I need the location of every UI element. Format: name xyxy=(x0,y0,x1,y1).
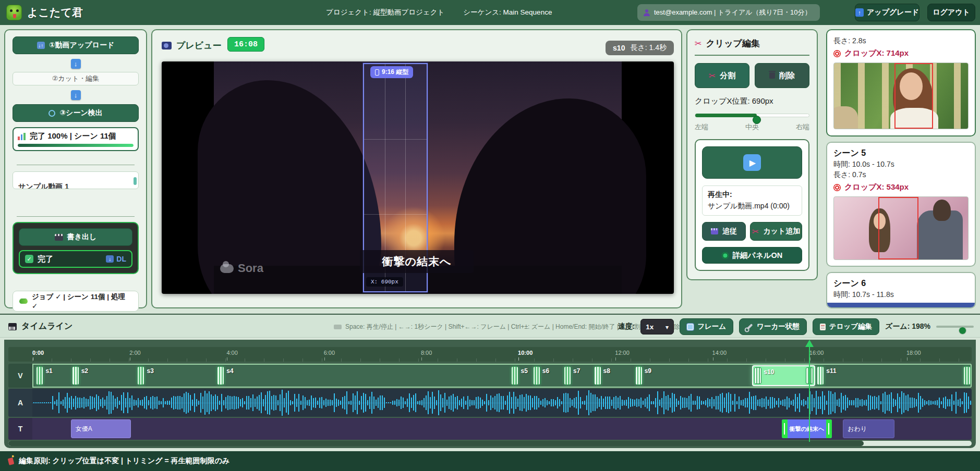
playhead[interactable] xyxy=(809,341,810,442)
cut-edit-label: ②カット・編集 xyxy=(52,74,100,83)
detail-panel-toggle[interactable]: 詳細パネルON xyxy=(702,247,802,264)
playback-card: 再生中: サンプル動画.mp4 (0:00) 追従 カット追加 詳細パネルON xyxy=(695,139,809,271)
watermark: Sora xyxy=(220,262,263,275)
app-header: よこたて君 プロジェクト: 縦型動画プロジェクト シーケンス: Main Seq… xyxy=(0,0,980,25)
scrollbar-thumb[interactable] xyxy=(8,441,864,446)
divider xyxy=(17,165,135,165)
scene-label: s5 xyxy=(521,367,527,375)
audio-track[interactable] xyxy=(32,389,972,417)
download-button[interactable]: DL xyxy=(106,255,126,263)
clip-editor-title: クリップ編集 xyxy=(695,38,809,49)
playback-timer: 16:08 xyxy=(227,37,264,52)
scene-marker[interactable] xyxy=(36,366,43,385)
scene-detect-button[interactable]: ③シーン検出 xyxy=(13,104,139,122)
scene-title: シーン 6 xyxy=(833,278,969,289)
status-bar: 編集原則: クリップ位置は不変 | トリミング = 再生範囲制限のみ xyxy=(0,451,980,471)
telop-track[interactable]: 女優A衝撃の結末へおわり xyxy=(32,418,972,440)
follow-label: 追従 xyxy=(722,227,737,236)
scene-clip-selected[interactable]: s10 xyxy=(752,365,815,386)
video-canvas[interactable]: Sora 9:16 縦型 衝撃の結末へ X: 690px xyxy=(162,61,674,294)
ruler-tick: 2:00 xyxy=(129,350,140,356)
trim-handle-right[interactable] xyxy=(826,419,832,438)
scene-marker[interactable] xyxy=(963,366,971,385)
scene-label: s3 xyxy=(147,367,153,375)
worker-status-button[interactable]: ワーカー状態 xyxy=(739,318,807,335)
speed-label: 速度: xyxy=(618,322,635,331)
ruler-tick: 10:00 xyxy=(518,350,533,356)
zoom-slider[interactable] xyxy=(936,326,974,328)
split-button[interactable]: 分割 xyxy=(695,63,749,88)
upgrade-arrow-icon: ↑ xyxy=(855,8,864,17)
scene-card-6[interactable]: シーン 6 時間: 10.7s - 11.8s xyxy=(826,272,976,308)
telop-edit-button[interactable]: テロップ編集 xyxy=(813,318,879,335)
account-text: test@example.com | トライアル（残り7日・10分） xyxy=(654,8,812,17)
step-arrow xyxy=(13,89,139,101)
video-list-item-clipped[interactable]: サンプル動画 1 xyxy=(13,171,139,189)
upload-video-button[interactable]: ↑ ①動画アップロード xyxy=(13,36,139,54)
scrollbar-thumb[interactable] xyxy=(134,177,137,185)
telop-label: 衝撃の結末へ xyxy=(783,425,831,433)
clip-id: s10 xyxy=(613,44,625,52)
piano-icon xyxy=(8,323,17,330)
account-pill: test@example.com | トライアル（残り7日・10分） xyxy=(637,4,820,21)
progress-bar xyxy=(18,144,134,147)
follow-button[interactable]: 追従 xyxy=(702,222,746,241)
telop-label: テロップ編集 xyxy=(829,322,872,331)
divider xyxy=(17,216,135,217)
upgrade-button[interactable]: ↑ アップグレード xyxy=(855,4,919,21)
scene-marker[interactable] xyxy=(594,366,601,385)
scene-label: s7 xyxy=(573,367,580,375)
timeline-title-label: タイムライン xyxy=(21,321,72,332)
time-ruler[interactable]: 0:002:004:006:008:0010:0012:0014:0016:00… xyxy=(8,347,972,362)
scene-marker[interactable] xyxy=(533,366,540,385)
cut-edit-step[interactable]: ②カット・編集 xyxy=(13,72,139,85)
scene-thumbnail[interactable] xyxy=(833,63,969,129)
crop-x-slider[interactable] xyxy=(695,114,809,117)
timeline-panel: 0:002:004:006:008:0010:0012:0014:0016:00… xyxy=(4,340,976,448)
download-icon xyxy=(106,255,114,263)
frame-button[interactable]: フレーム xyxy=(680,318,733,335)
scene-thumbnail[interactable] xyxy=(833,196,969,260)
slider-thumb[interactable] xyxy=(753,116,761,124)
scene-marker[interactable] xyxy=(217,366,224,385)
scene-label: s8 xyxy=(603,367,610,375)
step-arrow xyxy=(13,57,139,70)
telop-clip[interactable]: 衝撃の結末へ xyxy=(782,419,831,438)
timeline-scrollbar[interactable] xyxy=(8,441,972,446)
speed-select[interactable]: 1x xyxy=(640,319,674,334)
trim-handle-left[interactable] xyxy=(782,419,788,438)
delete-label: 削除 xyxy=(779,71,795,81)
scene-thumbnail-edge xyxy=(827,303,975,307)
scene-card-5[interactable]: シーン 5 時間: 10.0s - 10.7s 長さ: 0.7s クロップX: … xyxy=(826,142,976,267)
slider-thumb[interactable] xyxy=(959,327,966,334)
scene-card-partial[interactable]: 長さ: 2.8s クロップX: 714px xyxy=(826,29,976,137)
scene-marker[interactable] xyxy=(564,366,571,385)
play-icon xyxy=(743,154,761,171)
scene-marker[interactable] xyxy=(635,366,643,385)
now-playing-box: 再生中: サンプル動画.mp4 (0:00) xyxy=(702,185,802,216)
video-track-label: V xyxy=(8,364,32,388)
upload-icon: ↑ xyxy=(37,42,45,49)
caterpillar-icon xyxy=(19,299,28,304)
video-track[interactable]: s1s2s3s4s5s6s7s8s9s10s11 xyxy=(32,364,972,388)
worker-label: ワーカー状態 xyxy=(757,322,800,331)
scene-marker[interactable] xyxy=(137,366,144,385)
play-button[interactable] xyxy=(702,146,802,179)
movie-camera-icon xyxy=(162,42,172,49)
frame-icon xyxy=(687,324,694,330)
audio-track-label: A xyxy=(8,389,32,417)
export-button[interactable]: 書き出し xyxy=(19,228,132,246)
telop-label: 女優A xyxy=(76,425,92,433)
telop-clip[interactable]: おわり xyxy=(843,419,894,438)
video-item-label: サンプル動画 1 xyxy=(18,182,69,189)
trash-icon xyxy=(769,72,775,79)
scene-marker[interactable] xyxy=(511,366,518,385)
add-cut-button[interactable]: カット追加 xyxy=(750,222,802,241)
scene-marker[interactable] xyxy=(72,366,79,385)
delete-button[interactable]: 削除 xyxy=(755,63,809,88)
clip-length: 長さ: 1.4秒 xyxy=(630,43,667,53)
telop-clip[interactable]: 女優A xyxy=(71,419,131,438)
logout-button[interactable]: ログアウト xyxy=(927,4,975,21)
aspect-ratio-badge: 9:16 縦型 xyxy=(370,66,413,78)
scene-marker[interactable] xyxy=(817,366,824,385)
